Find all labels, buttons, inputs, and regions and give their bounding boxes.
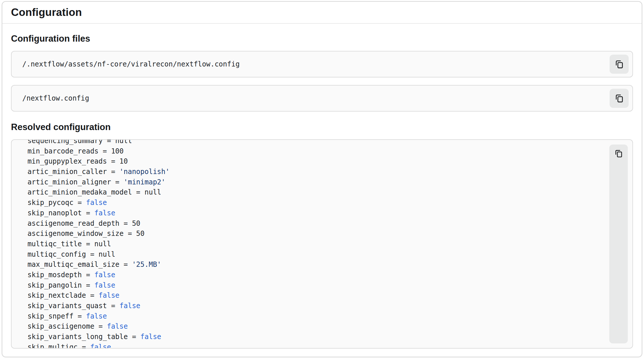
- config-file-path: /nextflow.config: [22, 94, 89, 102]
- config-file-row: /.nextflow/assets/nf-core/viralrecon/nex…: [11, 51, 633, 77]
- config-line: min_guppyplex_reads = 10: [19, 156, 603, 167]
- copy-icon: [614, 59, 624, 69]
- config-value: false: [86, 199, 107, 207]
- config-value: 50: [132, 219, 140, 227]
- section-heading-configuration-files: Configuration files: [11, 34, 633, 44]
- config-line: artic_minion_medaka_model = null: [19, 187, 603, 198]
- config-line: skip_variants_long_table = false: [19, 332, 603, 342]
- config-line: skip_asciigenome = false: [19, 321, 603, 332]
- config-value: null: [144, 188, 161, 196]
- config-line: sequencing_summary = null: [19, 140, 603, 146]
- card-header: Configuration: [2, 2, 642, 24]
- config-line: artic_minion_caller = 'nanopolish': [19, 167, 603, 177]
- config-line: skip_variants_quast = false: [19, 301, 603, 311]
- copy-resolved-config-button[interactable]: [609, 145, 628, 343]
- copy-icon: [614, 93, 624, 103]
- config-line: skip_pangolin = false: [19, 280, 603, 291]
- config-value: false: [86, 312, 107, 320]
- config-value: false: [90, 343, 111, 348]
- config-line: skip_pycoqc = false: [19, 198, 603, 208]
- config-line: asciigenome_read_depth = 50: [19, 219, 603, 229]
- config-file-path: /.nextflow/assets/nf-core/viralrecon/nex…: [22, 60, 240, 68]
- config-line: skip_nanoplot = false: [19, 208, 603, 219]
- config-value: 100: [111, 147, 124, 155]
- config-value: false: [94, 209, 115, 217]
- config-file-list: /.nextflow/assets/nf-core/viralrecon/nex…: [11, 51, 633, 112]
- configuration-card: Configuration Configuration files /.next…: [2, 1, 642, 357]
- resolved-config-code: sequencing_summary = null min_barcode_re…: [19, 140, 603, 348]
- config-value: null: [94, 240, 111, 248]
- config-value: false: [94, 271, 115, 279]
- config-line: skip_mosdepth = false: [19, 270, 603, 280]
- config-value: 'nanopolish': [119, 168, 170, 176]
- page-title: Configuration: [11, 6, 82, 18]
- config-value: null: [99, 250, 115, 258]
- config-value: false: [140, 333, 161, 341]
- config-file-row: /nextflow.config: [11, 85, 633, 112]
- config-line: max_multiqc_email_size = '25.MB': [19, 260, 603, 270]
- config-value: false: [107, 322, 128, 330]
- config-line: artic_minion_aligner = 'minimap2': [19, 177, 603, 188]
- copy-file-path-button[interactable]: [610, 89, 629, 108]
- config-value: false: [119, 302, 140, 310]
- config-value: false: [99, 291, 119, 299]
- copy-file-path-button[interactable]: [610, 55, 629, 74]
- config-line: asciigenome_window_size = 50: [19, 229, 603, 239]
- config-line: min_barcode_reads = 100: [19, 146, 603, 157]
- card-content: Configuration files /.nextflow/assets/nf…: [2, 24, 642, 349]
- resolved-config-codeblock: sequencing_summary = null min_barcode_re…: [11, 139, 633, 349]
- config-value: 50: [136, 230, 145, 238]
- config-value: 10: [119, 157, 128, 165]
- resolved-config-scroll-area[interactable]: sequencing_summary = null min_barcode_re…: [12, 140, 603, 348]
- config-line: skip_snpeff = false: [19, 311, 603, 322]
- config-value: 'minimap2': [124, 178, 165, 186]
- section-heading-resolved-configuration: Resolved configuration: [11, 122, 633, 132]
- config-line: skip_multiqc = false: [19, 342, 603, 348]
- config-value: '25.MB': [132, 260, 161, 269]
- config-line: multiqc_title = null: [19, 239, 603, 249]
- config-line: multiqc_config = null: [19, 249, 603, 260]
- config-value: null: [115, 140, 132, 145]
- copy-icon: [614, 149, 623, 158]
- config-value: false: [94, 281, 115, 289]
- config-line: skip_nextclade = false: [19, 290, 603, 301]
